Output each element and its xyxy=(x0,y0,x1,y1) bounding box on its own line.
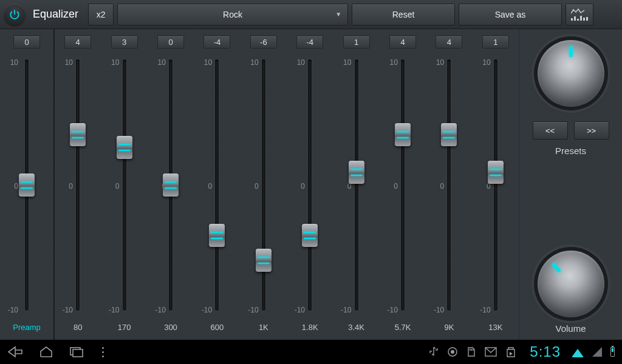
band-column-5.7K: 4100-105.7K xyxy=(380,35,426,336)
band-value-badge[interactable]: 4 xyxy=(389,35,416,49)
power-icon xyxy=(9,8,21,21)
band-scale: 100-10 xyxy=(104,55,119,323)
band-slider[interactable]: 100-10 xyxy=(55,55,101,323)
band-thumb[interactable] xyxy=(209,224,225,247)
scale-toggle-button[interactable]: x2 xyxy=(88,4,114,25)
band-thumb[interactable] xyxy=(488,161,504,184)
band-value-badge[interactable]: 4 xyxy=(436,35,462,49)
android-navbar: 5:13 xyxy=(0,340,622,364)
band-slider[interactable]: 100-10 xyxy=(101,55,147,323)
cell-signal-icon xyxy=(592,347,602,357)
band-thumb[interactable] xyxy=(349,161,364,184)
band-column-13K: 1100-1013K xyxy=(473,35,519,336)
band-thumb[interactable] xyxy=(70,123,86,146)
eq-graph-button[interactable] xyxy=(566,4,593,25)
wifi-icon xyxy=(572,349,584,357)
band-thumb[interactable] xyxy=(256,249,272,272)
band-value-badge[interactable]: 1 xyxy=(482,35,509,49)
band-value-badge[interactable]: 3 xyxy=(111,35,138,49)
band-slider[interactable]: 100-10 xyxy=(380,55,426,323)
sd-card-icon xyxy=(466,346,476,357)
svg-rect-1 xyxy=(73,349,83,357)
play-store-icon xyxy=(505,346,516,358)
band-column-3.4K: 1100-103.4K xyxy=(333,35,379,336)
band-freq-label: 80 xyxy=(73,323,82,336)
band-freq-label: 170 xyxy=(118,323,131,336)
recent-apps-icon[interactable] xyxy=(69,346,84,358)
band-value-badge[interactable]: 0 xyxy=(157,35,184,49)
preset-next-button[interactable]: >> xyxy=(574,121,609,140)
presets-label: Presets xyxy=(555,146,586,156)
preset-dropdown[interactable]: Rock ▼ xyxy=(117,4,348,25)
equalizer-main: 0 100-10 Preamp 4100-10803100-101700100-… xyxy=(0,29,622,340)
band-column-170: 3100-10170 xyxy=(101,35,147,336)
bands-area: 4100-10803100-101700100-10300-4100-10600… xyxy=(55,29,519,340)
page-title: Equalizer xyxy=(33,8,78,21)
band-slider[interactable]: 100-10 xyxy=(473,55,519,323)
band-column-80: 4100-1080 xyxy=(55,35,101,336)
svg-rect-4 xyxy=(471,349,473,351)
band-scale: 100-10 xyxy=(383,55,398,323)
band-value-badge[interactable]: -4 xyxy=(203,35,230,49)
gmail-icon xyxy=(485,347,497,357)
band-scale: 100-10 xyxy=(429,55,444,323)
band-thumb[interactable] xyxy=(117,136,132,159)
back-icon[interactable] xyxy=(7,346,23,358)
band-slider[interactable]: 100-10 xyxy=(333,55,379,323)
band-freq-label: 5.7K xyxy=(395,323,411,336)
waveform-icon xyxy=(571,8,584,15)
clock[interactable]: 5:13 xyxy=(530,343,561,360)
home-icon[interactable] xyxy=(39,346,53,358)
usb-icon xyxy=(429,346,439,357)
svg-rect-3 xyxy=(470,349,471,351)
band-scale: 100-10 xyxy=(337,55,351,323)
band-thumb[interactable] xyxy=(302,224,318,247)
band-scale: 100-10 xyxy=(244,55,259,323)
volume-label: Volume xyxy=(555,323,586,334)
band-freq-label: 300 xyxy=(164,323,177,336)
band-freq-label: 1K xyxy=(259,323,268,336)
band-value-badge[interactable]: -4 xyxy=(296,35,323,49)
volume-knob[interactable] xyxy=(538,251,604,317)
band-slider[interactable]: 100-10 xyxy=(426,55,472,323)
band-freq-label: 9K xyxy=(445,323,454,336)
band-slider[interactable]: 100-10 xyxy=(241,55,287,323)
band-thumb[interactable] xyxy=(395,123,411,146)
band-value-badge[interactable]: -6 xyxy=(250,35,277,49)
chevron-down-icon: ▼ xyxy=(335,11,341,18)
right-panel: << >> Presets Volume xyxy=(519,29,622,340)
save-as-button[interactable]: Save as xyxy=(459,4,562,25)
preset-dropdown-label: Rock xyxy=(223,10,242,19)
battery-charging-icon xyxy=(610,347,615,357)
preamp-value-badge[interactable]: 0 xyxy=(13,35,40,49)
band-freq-label: 13K xyxy=(488,323,502,336)
band-column-600: -4100-10600 xyxy=(194,35,240,336)
band-thumb[interactable] xyxy=(441,123,457,146)
band-freq-label: 1.8K xyxy=(302,323,318,336)
band-slider[interactable]: 100-10 xyxy=(194,55,240,323)
band-scale: 100-10 xyxy=(197,55,212,323)
band-column-300: 0100-10300 xyxy=(148,35,194,336)
band-scale: 100-10 xyxy=(58,55,73,323)
preamp-thumb[interactable] xyxy=(19,174,35,197)
power-toggle-button[interactable] xyxy=(4,4,26,25)
band-value-badge[interactable]: 4 xyxy=(64,35,91,49)
preset-knob[interactable] xyxy=(538,40,604,107)
preamp-column: 0 100-10 Preamp xyxy=(0,29,55,340)
preset-prev-button[interactable]: << xyxy=(533,121,568,140)
eq-bars-icon xyxy=(571,15,588,21)
top-toolbar: Equalizer x2 Rock ▼ Reset Save as xyxy=(0,0,622,29)
band-column-1K: -6100-101K xyxy=(241,35,287,336)
band-value-badge[interactable]: 1 xyxy=(343,35,370,49)
band-slider[interactable]: 100-10 xyxy=(148,55,194,323)
preamp-slider[interactable]: 100-10 xyxy=(0,55,53,323)
overflow-menu-icon[interactable] xyxy=(102,347,104,357)
reset-button[interactable]: Reset xyxy=(352,4,455,25)
band-slider[interactable]: 100-10 xyxy=(287,55,333,323)
preamp-scale: 100-10 xyxy=(4,55,18,323)
band-scale: 100-10 xyxy=(476,55,491,323)
band-freq-label: 3.4K xyxy=(348,323,364,336)
band-thumb[interactable] xyxy=(163,174,179,197)
band-column-9K: 4100-109K xyxy=(426,35,472,336)
svg-rect-5 xyxy=(473,349,474,351)
